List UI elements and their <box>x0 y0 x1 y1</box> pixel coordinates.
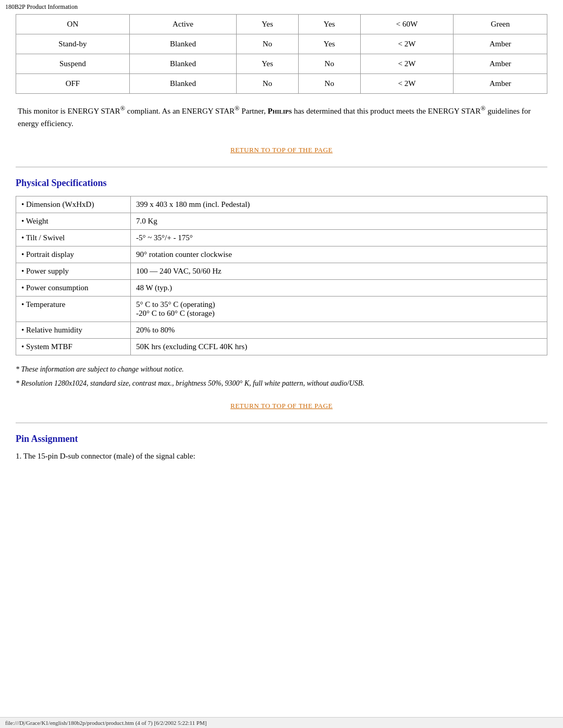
power-cell-hsync: No <box>236 74 298 94</box>
power-cell-led: Amber <box>454 74 547 94</box>
power-cell-display: Blanked <box>129 54 236 74</box>
power-cell-led: Amber <box>454 34 547 54</box>
energy-star-paragraph: This monitor is Energy Star® compliant. … <box>16 103 547 130</box>
return-to-top-link-2[interactable]: RETURN TO TOP OF THE PAGE <box>230 402 333 410</box>
specs-label: • Temperature <box>16 297 131 322</box>
specs-value: 100 — 240 VAC, 50/60 Hz <box>131 263 547 280</box>
specs-label: • Dimension (WxHxD) <box>16 196 131 213</box>
specs-table-row: • Portrait display90° rotation counter c… <box>16 246 547 263</box>
power-cell-display: Blanked <box>129 34 236 54</box>
specs-table-row: • Temperature5° C to 35° C (operating)-2… <box>16 297 547 322</box>
specs-label: • System MTBF <box>16 339 131 355</box>
power-cell-mode: Stand-by <box>16 34 130 54</box>
specs-table-row: • Tilt / Swivel-5° ~ 35°/+ - 175° <box>16 230 547 246</box>
footnote-1: * These information are subject to chang… <box>16 364 547 375</box>
power-cell-power: < 2W <box>360 74 454 94</box>
power-cell-power: < 2W <box>360 34 454 54</box>
specs-table-row: • Dimension (WxHxD)399 x 403 x 180 mm (i… <box>16 196 547 213</box>
power-cell-hsync: Yes <box>236 54 298 74</box>
power-cell-led: Amber <box>454 54 547 74</box>
power-cell-display: Active <box>129 15 236 34</box>
power-table-row: SuspendBlankedYesNo< 2WAmber <box>16 54 547 74</box>
divider-2 <box>16 423 547 423</box>
specs-table: • Dimension (WxHxD)399 x 403 x 180 mm (i… <box>16 196 547 355</box>
power-cell-led: Green <box>454 15 547 34</box>
physical-specs-title: Physical Specifications <box>16 178 547 189</box>
specs-table-row: • Power supply100 — 240 VAC, 50/60 Hz <box>16 263 547 280</box>
specs-label: • Relative humidity <box>16 322 131 339</box>
power-table-row: OFFBlankedNoNo< 2WAmber <box>16 74 547 94</box>
status-bar-text: file:///D|/Grace/K1/english/180b2p/produ… <box>5 720 206 726</box>
specs-table-row: • Power consumption48 W (typ.) <box>16 280 547 297</box>
power-cell-vsync: Yes <box>298 34 360 54</box>
pin-assignment-title: Pin Assignment <box>16 434 547 445</box>
specs-value: 90° rotation counter clockwise <box>131 246 547 263</box>
specs-value: 5° C to 35° C (operating)-20° C to 60° C… <box>131 297 547 322</box>
status-bar: file:///D|/Grace/K1/english/180b2p/produ… <box>0 717 563 728</box>
power-cell-vsync: No <box>298 54 360 74</box>
return-to-top-link-1[interactable]: RETURN TO TOP OF THE PAGE <box>230 146 333 154</box>
power-cell-power: < 2W <box>360 54 454 74</box>
footnote-2: * Resolution 1280x1024, standard size, c… <box>16 378 547 389</box>
power-cell-power: < 60W <box>360 15 454 34</box>
specs-value: 399 x 403 x 180 mm (incl. Pedestal) <box>131 196 547 213</box>
title-bar-text: 180B2P Product Information <box>5 3 78 10</box>
power-cell-hsync: No <box>236 34 298 54</box>
pin-intro-text: 1. The 15-pin D-sub connector (male) of … <box>16 452 547 461</box>
return-to-top-section-1: RETURN TO TOP OF THE PAGE <box>16 145 547 154</box>
specs-value: 48 W (typ.) <box>131 280 547 297</box>
power-cell-display: Blanked <box>129 74 236 94</box>
specs-value: -5° ~ 35°/+ - 175° <box>131 230 547 246</box>
specs-value: 20% to 80% <box>131 322 547 339</box>
power-cell-vsync: Yes <box>298 15 360 34</box>
specs-table-row: • System MTBF50K hrs (excluding CCFL 40K… <box>16 339 547 355</box>
power-cell-hsync: Yes <box>236 15 298 34</box>
power-table-row: Stand-byBlankedNoYes< 2WAmber <box>16 34 547 54</box>
specs-value: 7.0 Kg <box>131 213 547 230</box>
divider-1 <box>16 167 547 167</box>
power-table: ONActiveYesYes< 60WGreenStand-byBlankedN… <box>16 14 547 94</box>
specs-label: • Tilt / Swivel <box>16 230 131 246</box>
specs-label: • Power supply <box>16 263 131 280</box>
specs-table-row: • Weight7.0 Kg <box>16 213 547 230</box>
specs-label: • Weight <box>16 213 131 230</box>
power-cell-mode: ON <box>16 15 130 34</box>
power-cell-mode: OFF <box>16 74 130 94</box>
specs-table-row: • Relative humidity20% to 80% <box>16 322 547 339</box>
power-cell-vsync: No <box>298 74 360 94</box>
specs-label: • Power consumption <box>16 280 131 297</box>
title-bar: 180B2P Product Information <box>0 0 563 14</box>
power-cell-mode: Suspend <box>16 54 130 74</box>
power-table-row: ONActiveYesYes< 60WGreen <box>16 15 547 34</box>
specs-label: • Portrait display <box>16 246 131 263</box>
specs-value: 50K hrs (excluding CCFL 40K hrs) <box>131 339 547 355</box>
return-to-top-section-2: RETURN TO TOP OF THE PAGE <box>16 401 547 410</box>
